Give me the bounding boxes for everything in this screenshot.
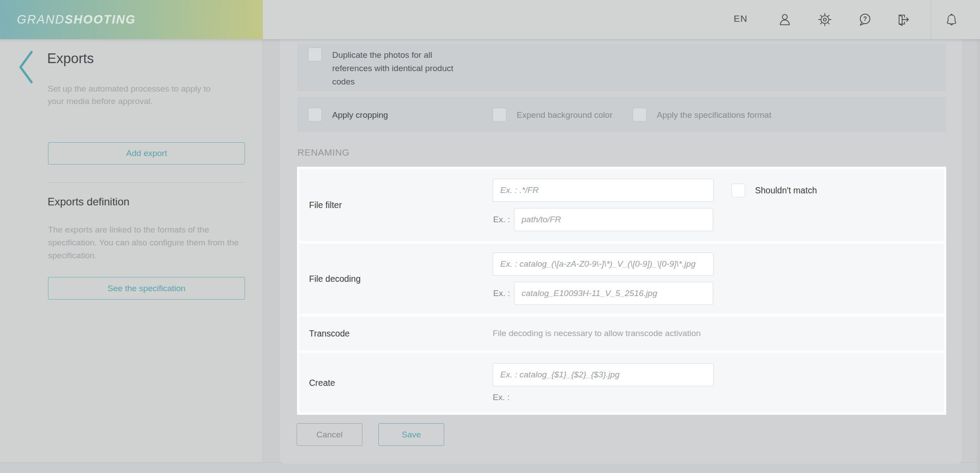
save-button[interactable]: Save — [378, 423, 444, 446]
brand-logo-text: GRANDSHOOTING — [17, 13, 136, 27]
create-example-label: Ex. : — [493, 393, 510, 402]
processing-options-row: Apply cropping Expend background color A… — [297, 97, 946, 132]
logout-icon[interactable] — [895, 12, 910, 27]
exports-definition-title: Exports definition — [48, 196, 129, 208]
transcode-note: File decoding is necessary to allow tran… — [493, 329, 701, 338]
apply-cropping-label: Apply cropping — [332, 110, 388, 120]
expend-background-label: Expend background color — [517, 110, 612, 120]
apply-specifications-option: Apply the specifications format — [633, 108, 771, 122]
apply-specifications-checkbox[interactable] — [633, 108, 647, 122]
exports-settings-page: GRANDSHOOTING EN ? — [0, 0, 980, 473]
cancel-button[interactable]: Cancel — [297, 423, 362, 446]
file-filter-label: File filter — [299, 169, 493, 241]
transcode-row: Transcode File decoding is necessary to … — [299, 317, 944, 350]
notifications-bell-icon[interactable] — [944, 12, 959, 27]
apply-specifications-label: Apply the specifications format — [657, 110, 771, 120]
header-divider — [931, 0, 931, 39]
help-question-glyph: ? — [863, 15, 867, 22]
help-icon[interactable]: ? — [857, 12, 872, 27]
sidebar: Exports Set up the automated processes t… — [0, 39, 263, 462]
file-decoding-example-label: Ex. : — [493, 289, 510, 298]
language-selector[interactable]: EN — [734, 13, 747, 24]
file-decoding-label: File decoding — [299, 244, 493, 314]
brand-grand: GRAND — [17, 13, 65, 26]
create-row: Create Ex. : — [299, 353, 944, 413]
see-specification-button[interactable]: See the specification — [48, 277, 245, 300]
file-decoding-pattern-input[interactable] — [493, 253, 714, 276]
shouldnt-match-label: Shouldn't match — [755, 185, 817, 196]
expend-background-option: Expend background color — [493, 108, 612, 122]
chevron-left-icon — [17, 80, 35, 86]
file-filter-row: File filter Shouldn't match Ex. : — [299, 169, 944, 241]
settings-gear-icon[interactable] — [817, 12, 832, 27]
brand-shooting: SHOOTING — [65, 13, 136, 26]
scrollbar-track[interactable] — [977, 39, 980, 473]
user-icon[interactable] — [777, 12, 792, 27]
file-decoding-example-input[interactable] — [514, 282, 713, 305]
file-filter-example-label: Ex. : — [493, 215, 510, 224]
create-label: Create — [299, 353, 493, 413]
page-title: Exports — [47, 51, 94, 67]
footer-strip — [0, 462, 980, 473]
renaming-section-title: RENAMING — [297, 147, 349, 158]
duplicate-checkbox[interactable] — [308, 48, 322, 61]
duplicate-option-row: Duplicate the photos for all references … — [297, 44, 946, 91]
file-filter-example-input[interactable] — [514, 208, 713, 231]
apply-cropping-option: Apply cropping — [308, 108, 388, 122]
apply-cropping-checkbox[interactable] — [308, 108, 322, 122]
file-filter-pattern-input[interactable] — [493, 179, 714, 202]
expend-background-checkbox[interactable] — [493, 108, 506, 122]
transcode-label: Transcode — [299, 317, 493, 350]
back-button[interactable] — [16, 49, 36, 86]
exports-definition-description: The exports are linked to the formats of… — [48, 223, 255, 262]
renaming-panel: File filter Shouldn't match Ex. : File d… — [297, 167, 946, 415]
duplicate-label: Duplicate the photos for all references … — [332, 48, 455, 88]
file-decoding-row: File decoding Ex. : — [299, 244, 944, 314]
top-header: GRANDSHOOTING EN ? — [0, 0, 980, 39]
create-pattern-input[interactable] — [493, 363, 714, 386]
sidebar-divider — [48, 182, 245, 183]
page-description: Set up the automated processes to apply … — [48, 83, 228, 108]
add-export-button[interactable]: Add export — [48, 142, 245, 164]
shouldnt-match-checkbox[interactable] — [731, 184, 745, 197]
brand-logo[interactable]: GRANDSHOOTING — [0, 0, 263, 39]
export-form-card: Duplicate the photos for all references … — [280, 39, 962, 464]
